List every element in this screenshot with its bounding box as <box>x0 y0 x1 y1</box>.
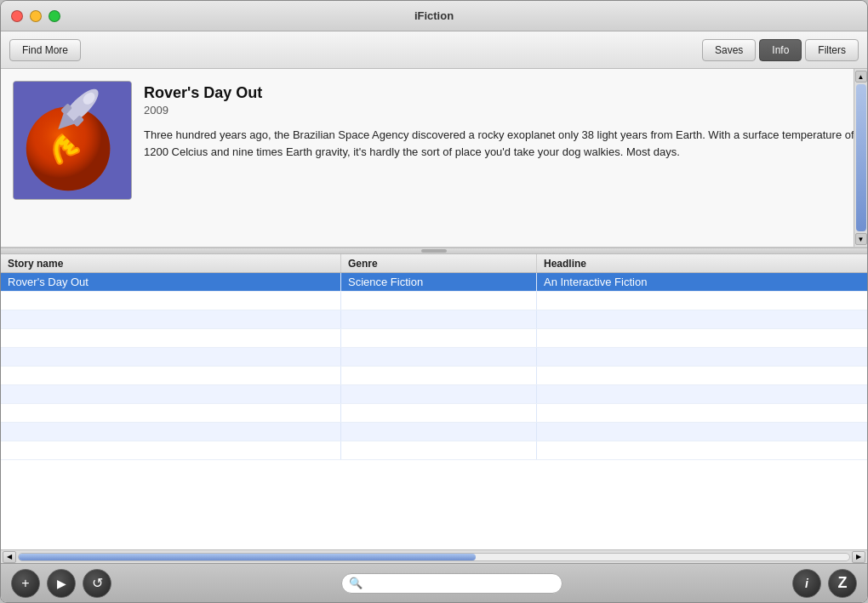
add-button[interactable]: + <box>11 569 40 598</box>
table-container: Story name Genre Headline Rover's Day Ou… <box>1 254 867 549</box>
cell-empty <box>341 329 537 347</box>
cell-headline: An Interactive Fiction <box>537 273 867 291</box>
cell-empty <box>1 329 341 347</box>
table-row-empty[interactable] <box>1 423 867 441</box>
table-row-empty[interactable] <box>1 329 867 348</box>
add-icon: + <box>21 576 29 591</box>
window-title: iFiction <box>414 9 454 22</box>
cell-empty <box>341 404 537 422</box>
cell-empty <box>537 310 867 328</box>
info-button[interactable]: Info <box>759 39 802 61</box>
scrollbar-track[interactable] <box>856 84 866 231</box>
info-circle-button[interactable]: i <box>792 569 821 598</box>
cell-empty <box>1 292 341 310</box>
info-scrollbar: ▲ ▼ <box>854 69 867 247</box>
book-year: 2009 <box>144 104 855 117</box>
cell-empty <box>537 348 867 366</box>
refresh-button[interactable]: ↺ <box>83 569 111 598</box>
toolbar: Find More Saves Info Filters <box>1 31 867 69</box>
close-button[interactable] <box>11 10 23 22</box>
main-window: iFiction Find More Saves Info Filters <box>0 0 868 603</box>
cell-empty <box>1 367 341 384</box>
search-box: 🔍 <box>341 573 562 594</box>
cell-empty <box>341 310 537 328</box>
cell-empty <box>341 441 537 459</box>
table-row-empty[interactable] <box>1 441 867 460</box>
table-row-empty[interactable] <box>1 310 867 329</box>
cell-empty <box>1 385 341 403</box>
info-panel: Rover's Day Out 2009 Three hundred years… <box>1 69 867 247</box>
cell-empty <box>1 348 341 366</box>
h-scroll-track[interactable] <box>18 553 850 561</box>
bottom-bar: + ▶ ↺ 🔍 i Z <box>1 563 867 602</box>
view-toggle-group: Saves Info Filters <box>702 39 859 61</box>
cell-empty <box>341 348 537 366</box>
table-body: Rover's Day OutScience FictionAn Interac… <box>1 273 867 549</box>
titlebar: iFiction <box>1 1 867 31</box>
scroll-down-arrow[interactable]: ▼ <box>855 233 867 245</box>
cell-empty <box>1 404 341 422</box>
cell-empty <box>537 441 867 459</box>
cell-empty <box>341 367 537 384</box>
info-circle-icon: i <box>805 577 808 590</box>
table-row-empty[interactable] <box>1 385 867 404</box>
cell-empty <box>537 367 867 384</box>
cell-empty <box>341 385 537 403</box>
col-header-headline[interactable]: Headline <box>537 254 867 272</box>
play-icon: ▶ <box>57 577 66 590</box>
scroll-left-button[interactable]: ◀ <box>3 551 16 563</box>
col-header-genre[interactable]: Genre <box>341 254 537 272</box>
table-row-empty[interactable] <box>1 404 867 423</box>
col-header-story[interactable]: Story name <box>1 254 341 272</box>
filters-button[interactable]: Filters <box>805 39 859 61</box>
cell-empty <box>1 310 341 328</box>
cell-empty <box>537 385 867 403</box>
cell-empty <box>537 404 867 422</box>
search-input[interactable] <box>366 577 553 589</box>
cell-empty <box>537 329 867 347</box>
book-cover <box>13 81 132 200</box>
cell-empty <box>1 441 341 459</box>
search-icon: 🔍 <box>349 577 363 589</box>
table-row-empty[interactable] <box>1 348 867 367</box>
table-header: Story name Genre Headline <box>1 254 867 273</box>
h-scroll-thumb <box>19 554 476 560</box>
find-more-button[interactable]: Find More <box>9 39 81 61</box>
horizontal-scrollbar: ◀ ▶ <box>1 549 867 563</box>
book-info: Rover's Day Out 2009 Three hundred years… <box>144 81 855 160</box>
divider-handle <box>421 249 447 253</box>
table-row-empty[interactable] <box>1 292 867 310</box>
play-button[interactable]: ▶ <box>47 569 76 598</box>
cell-story-name: Rover's Day Out <box>1 273 341 291</box>
book-title: Rover's Day Out <box>144 84 855 102</box>
book-description: Three hundred years ago, the Brazilian S… <box>144 127 855 160</box>
table-row-empty[interactable] <box>1 367 867 385</box>
refresh-icon: ↺ <box>92 575 103 591</box>
maximize-button[interactable] <box>49 10 60 22</box>
z-icon: Z <box>838 574 848 592</box>
cell-empty <box>341 423 537 441</box>
cell-empty <box>537 292 867 310</box>
cell-genre: Science Fiction <box>341 273 537 291</box>
minimize-button[interactable] <box>30 10 42 22</box>
cell-empty <box>1 423 341 441</box>
cell-empty <box>537 423 867 441</box>
saves-button[interactable]: Saves <box>702 39 756 61</box>
window-controls <box>11 10 60 22</box>
z-button[interactable]: Z <box>828 569 857 598</box>
cell-empty <box>341 292 537 310</box>
divider[interactable] <box>1 247 867 254</box>
table-row[interactable]: Rover's Day OutScience FictionAn Interac… <box>1 273 867 292</box>
scroll-right-button[interactable]: ▶ <box>852 551 865 563</box>
scroll-up-arrow[interactable]: ▲ <box>855 71 867 82</box>
